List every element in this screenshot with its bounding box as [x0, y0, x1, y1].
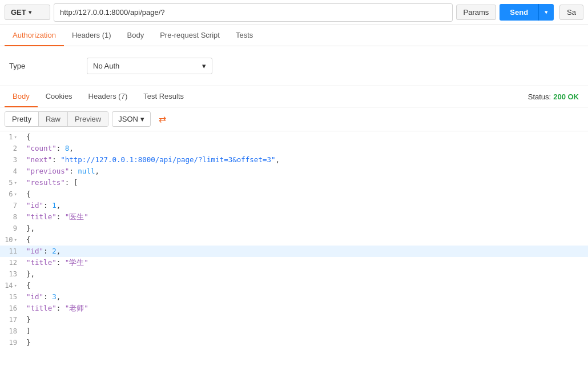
- method-select[interactable]: GET ▾: [5, 5, 50, 20]
- line-number: 15: [0, 291, 24, 303]
- code-line: 11 "id": 2,: [0, 246, 588, 257]
- code-toolbar: Pretty Raw Preview JSON ▾ ⇄: [0, 107, 588, 131]
- code-content: ]: [24, 325, 31, 337]
- code-line: 7 "id": 1,: [0, 200, 588, 211]
- line-number: 13: [0, 268, 24, 280]
- res-tab-headers[interactable]: Headers (7): [80, 86, 136, 107]
- res-tab-test-results[interactable]: Test Results: [135, 86, 192, 107]
- res-tab-body[interactable]: Body: [5, 86, 38, 107]
- send-button[interactable]: Send: [500, 4, 538, 21]
- line-number: 11: [0, 246, 24, 257]
- code-content: "title": "医生": [24, 211, 88, 223]
- tab-pre-request[interactable]: Pre-request Script: [152, 25, 228, 46]
- line-number: 9: [0, 223, 24, 234]
- send-btn-group: Send ▾: [500, 4, 554, 21]
- code-content: }: [24, 314, 31, 325]
- code-content: "previous": null,: [24, 166, 99, 177]
- code-content: "count": 8,: [24, 143, 74, 154]
- response-status: Status: 200 OK: [528, 93, 583, 101]
- line-number: 16: [0, 303, 24, 314]
- fold-arrow-icon[interactable]: ▾: [14, 188, 17, 200]
- auth-section: Type No Auth ▾: [0, 46, 588, 86]
- save-button[interactable]: Sa: [559, 5, 583, 20]
- line-number: 6▾: [0, 188, 24, 200]
- method-label: GET: [11, 8, 26, 17]
- tab-authorization[interactable]: Authorization: [5, 25, 64, 46]
- code-line: 17 }: [0, 314, 588, 325]
- code-line: 13 },: [0, 268, 588, 280]
- method-chevron-icon: ▾: [29, 9, 31, 15]
- code-line: 10▾ {: [0, 234, 588, 246]
- line-number: 8: [0, 211, 24, 223]
- code-line: 19}: [0, 337, 588, 348]
- code-content: {: [24, 280, 31, 291]
- request-tabs: Authorization Headers (1) Body Pre-reque…: [0, 25, 588, 46]
- top-bar: GET ▾ Params Send ▾ Sa: [0, 0, 588, 25]
- code-content: },: [24, 268, 35, 280]
- code-content: "next": "http://127.0.0.1:8000/api/page/…: [24, 154, 280, 166]
- code-line: 15 "id": 3,: [0, 291, 588, 303]
- auth-row: Type No Auth ▾: [9, 58, 579, 74]
- send-dropdown-button[interactable]: ▾: [538, 4, 554, 21]
- wrap-button[interactable]: ⇄: [154, 111, 171, 127]
- line-number: 4: [0, 166, 24, 177]
- fold-arrow-icon[interactable]: ▾: [14, 177, 17, 188]
- code-content: },: [24, 223, 35, 234]
- response-tabs-bar: Body Cookies Headers (7) Test Results St…: [0, 86, 588, 107]
- code-content: {: [24, 234, 31, 246]
- code-line: 8 "title": "医生": [0, 211, 588, 223]
- view-preview-button[interactable]: Preview: [68, 112, 108, 126]
- code-content: "id": 3,: [24, 291, 61, 303]
- code-line: 3"next": "http://127.0.0.1:8000/api/page…: [0, 154, 588, 166]
- line-number: 14▾: [0, 280, 24, 291]
- code-line: 6▾ {: [0, 188, 588, 200]
- line-number: 10▾: [0, 234, 24, 246]
- view-pretty-button[interactable]: Pretty: [5, 112, 39, 126]
- auth-type-value: No Auth: [93, 62, 119, 70]
- fold-arrow-icon[interactable]: ▾: [14, 280, 17, 291]
- status-value: 200 OK: [553, 93, 579, 101]
- params-button[interactable]: Params: [456, 5, 497, 20]
- line-number: 19: [0, 337, 24, 348]
- line-number: 2: [0, 143, 24, 154]
- tab-body[interactable]: Body: [119, 25, 152, 46]
- view-group: Pretty Raw Preview: [5, 111, 108, 127]
- format-chevron-icon: ▾: [140, 115, 144, 123]
- line-number: 17: [0, 314, 24, 325]
- res-tab-cookies[interactable]: Cookies: [38, 86, 80, 107]
- code-content: {: [24, 131, 31, 143]
- code-content: "id": 1,: [24, 200, 61, 211]
- code-line: 16 "title": "老师": [0, 303, 588, 314]
- code-line: 9 },: [0, 223, 588, 234]
- url-input[interactable]: [54, 3, 453, 22]
- line-number: 3: [0, 154, 24, 166]
- code-line: 18 ]: [0, 325, 588, 337]
- code-line: 1▾{: [0, 131, 588, 143]
- auth-type-label: Type: [9, 62, 78, 70]
- view-raw-button[interactable]: Raw: [39, 112, 68, 126]
- tab-tests[interactable]: Tests: [228, 25, 261, 46]
- format-label: JSON: [118, 115, 138, 123]
- code-content: {: [24, 188, 31, 200]
- fold-arrow-icon[interactable]: ▾: [14, 234, 17, 246]
- code-content: "title": "老师": [24, 303, 88, 314]
- auth-type-select[interactable]: No Auth ▾: [87, 58, 212, 74]
- code-content: }: [24, 337, 31, 348]
- code-line: 4"previous": null,: [0, 166, 588, 177]
- format-select[interactable]: JSON ▾: [112, 111, 151, 127]
- line-number: 7: [0, 200, 24, 211]
- code-content: "id": 2,: [24, 246, 61, 257]
- code-line: 5▾"results": [: [0, 177, 588, 188]
- code-line: 14▾ {: [0, 280, 588, 291]
- auth-type-chevron-icon: ▾: [202, 62, 206, 70]
- line-number: 12: [0, 257, 24, 268]
- line-number: 18: [0, 325, 24, 337]
- code-area[interactable]: 1▾{2"count": 8,3"next": "http://127.0.0.…: [0, 131, 588, 377]
- code-line: 12 "title": "学生": [0, 257, 588, 268]
- fold-arrow-icon[interactable]: ▾: [14, 131, 17, 143]
- code-line: 2"count": 8,: [0, 143, 588, 154]
- line-number: 5▾: [0, 177, 24, 188]
- tab-headers[interactable]: Headers (1): [64, 25, 119, 46]
- status-label: Status:: [528, 93, 551, 101]
- line-number: 1▾: [0, 131, 24, 143]
